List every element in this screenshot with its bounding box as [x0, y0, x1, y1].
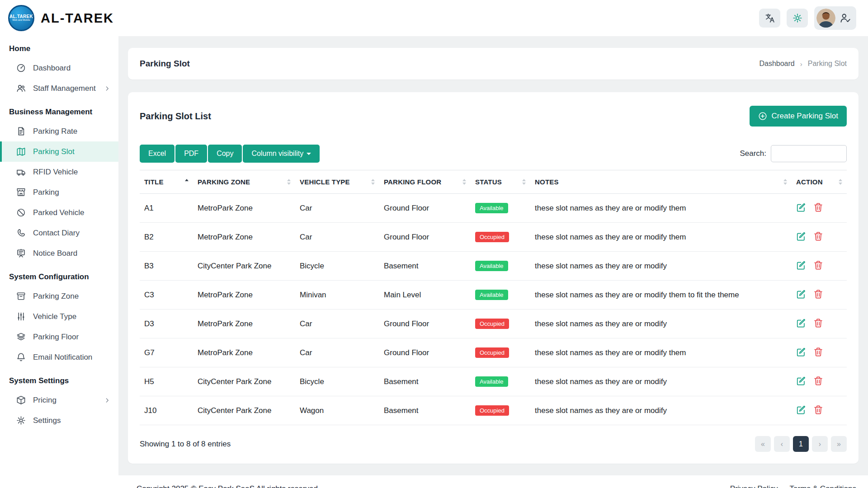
translate-button[interactable] — [759, 9, 780, 28]
sidebar-item-parking[interactable]: Parking — [0, 182, 118, 202]
footer-link-terms-conditions[interactable]: Terms & Conditions — [790, 484, 856, 488]
edit-button[interactable] — [796, 202, 806, 214]
cell-status: Available — [471, 252, 530, 281]
edit-button[interactable] — [796, 260, 806, 272]
sidebar-item-parking-floor[interactable]: Parking Floor — [0, 327, 118, 347]
cell-parking-floor: Ground Floor — [379, 194, 471, 223]
cell-action — [792, 367, 847, 396]
edit-button[interactable] — [796, 405, 806, 416]
main-content: Parking Slot Dashboard › Parking Slot Pa… — [118, 36, 868, 475]
truck-icon — [16, 167, 26, 177]
sidebar-item-dashboard[interactable]: Dashboard — [0, 58, 118, 78]
edit-button[interactable] — [796, 347, 806, 358]
action-buttons — [796, 260, 842, 272]
pagination-first[interactable]: « — [755, 436, 771, 452]
delete-button[interactable] — [813, 289, 823, 300]
sidebar-item-label: Settings — [33, 416, 61, 425]
pagination-previous[interactable]: ‹ — [774, 436, 790, 452]
copyright-text: Copyright 2025 © Easy Park SaaS All righ… — [137, 484, 320, 488]
column-header-status[interactable]: STATUS — [471, 170, 530, 194]
column-label: NOTES — [535, 178, 559, 186]
search-input[interactable] — [771, 145, 847, 162]
export-pdf-button[interactable]: PDF — [175, 145, 207, 163]
table-head: TITLEPARKING ZONEVEHICLE TYPEPARKING FLO… — [140, 170, 847, 194]
pagination-last[interactable]: » — [831, 436, 847, 452]
column-label: VEHICLE TYPE — [300, 178, 350, 186]
sidebar-item-notice-board[interactable]: Notice Board — [0, 243, 118, 263]
cell-title: J10 — [140, 396, 193, 425]
edit-button[interactable] — [796, 289, 806, 300]
sidebar-item-label: RFID Vehicle — [33, 168, 78, 177]
delete-button[interactable] — [813, 405, 823, 416]
delete-button[interactable] — [813, 231, 823, 243]
trash-icon — [813, 376, 823, 386]
sidebar-item-pricing[interactable]: Pricing — [0, 390, 118, 410]
trash-icon — [813, 289, 823, 299]
cell-vehicle-type: Minivan — [295, 281, 379, 310]
edit-button[interactable] — [796, 231, 806, 243]
cell-parking-floor: Ground Floor — [379, 223, 471, 252]
column-header-parking-zone[interactable]: PARKING ZONE — [193, 170, 295, 194]
breadcrumb-dashboard[interactable]: Dashboard — [759, 60, 794, 68]
parking-slot-list-card: Parking Slot List Create Parking Slot Ex… — [128, 92, 859, 464]
export-excel-button[interactable]: Excel — [140, 145, 175, 163]
brand-logo: AL.TAREK Web and Mobile — [8, 5, 34, 31]
cell-vehicle-type: Wagon — [295, 396, 379, 425]
delete-button[interactable] — [813, 260, 823, 272]
cell-title: B2 — [140, 223, 193, 252]
sidebar-item-staff-management[interactable]: Staff Management — [0, 78, 118, 99]
sidebar-item-label: Contact Diary — [33, 229, 80, 238]
column-header-action[interactable]: ACTION — [792, 170, 847, 194]
edit-button[interactable] — [796, 318, 806, 329]
column-header-vehicle-type[interactable]: VEHICLE TYPE — [295, 170, 379, 194]
delete-button[interactable] — [813, 347, 823, 358]
cell-vehicle-type: Bicycle — [295, 367, 379, 396]
cell-title: H5 — [140, 367, 193, 396]
delete-button[interactable] — [813, 318, 823, 329]
footer-link-privacy-policy[interactable]: Privacy Policy — [730, 484, 778, 488]
status-badge: Occupied — [475, 405, 509, 416]
sort-icon — [839, 179, 842, 185]
brand[interactable]: AL.TAREK Web and Mobile AL-TAREK — [8, 5, 114, 31]
cell-parking-floor: Ground Floor — [379, 338, 471, 367]
cell-parking-zone: MetroPark Zone — [193, 281, 295, 310]
settings-button[interactable] — [787, 9, 808, 28]
cell-vehicle-type: Car — [295, 223, 379, 252]
cell-parking-floor: Basement — [379, 396, 471, 425]
cell-status: Available — [471, 367, 530, 396]
column-header-notes[interactable]: NOTES — [530, 170, 792, 194]
sidebar-item-parking-zone[interactable]: Parking Zone — [0, 286, 118, 306]
sidebar-item-contact-diary[interactable]: Contact Diary — [0, 223, 118, 243]
pagination-page-1[interactable]: 1 — [793, 436, 809, 452]
sidebar-section-heading-home: Home — [0, 38, 118, 58]
sidebar-item-label: Parking Zone — [33, 292, 79, 301]
action-buttons — [796, 405, 842, 416]
table-row: A1MetroPark ZoneCarGround FloorAvailable… — [140, 194, 847, 223]
delete-button[interactable] — [813, 202, 823, 214]
action-buttons — [796, 289, 842, 300]
sidebar-item-rfid-vehicle[interactable]: RFID Vehicle — [0, 162, 118, 182]
sidebar-item-parking-rate[interactable]: Parking Rate — [0, 121, 118, 141]
user-menu-button[interactable] — [814, 6, 856, 30]
sidebar-item-email-notification[interactable]: Email Notification — [0, 347, 118, 367]
delete-button[interactable] — [813, 376, 823, 387]
column-label: PARKING FLOOR — [384, 178, 441, 186]
cell-status: Occupied — [471, 338, 530, 367]
pagination-next[interactable]: › — [812, 436, 828, 452]
cell-title: C3 — [140, 281, 193, 310]
export-copy-button[interactable]: Copy — [208, 145, 242, 163]
sidebar-item-vehicle-type[interactable]: Vehicle Type — [0, 306, 118, 327]
trash-icon — [813, 202, 823, 212]
pencil-square-icon — [796, 289, 806, 299]
sidebar-item-settings[interactable]: Settings — [0, 410, 118, 431]
column-header-parking-floor[interactable]: PARKING FLOOR — [379, 170, 471, 194]
column-visibility-button[interactable]: Column visibility — [243, 145, 320, 163]
trash-icon — [813, 405, 823, 415]
column-header-title[interactable]: TITLE — [140, 170, 193, 194]
sidebar-item-parked-vehicle[interactable]: Parked Vehicle — [0, 202, 118, 223]
table-card-header: Parking Slot List Create Parking Slot — [140, 106, 847, 127]
sidebar-item-parking-slot[interactable]: Parking Slot — [0, 141, 118, 162]
edit-button[interactable] — [796, 376, 806, 387]
status-badge: Available — [475, 290, 508, 300]
create-parking-slot-button[interactable]: Create Parking Slot — [750, 106, 847, 127]
